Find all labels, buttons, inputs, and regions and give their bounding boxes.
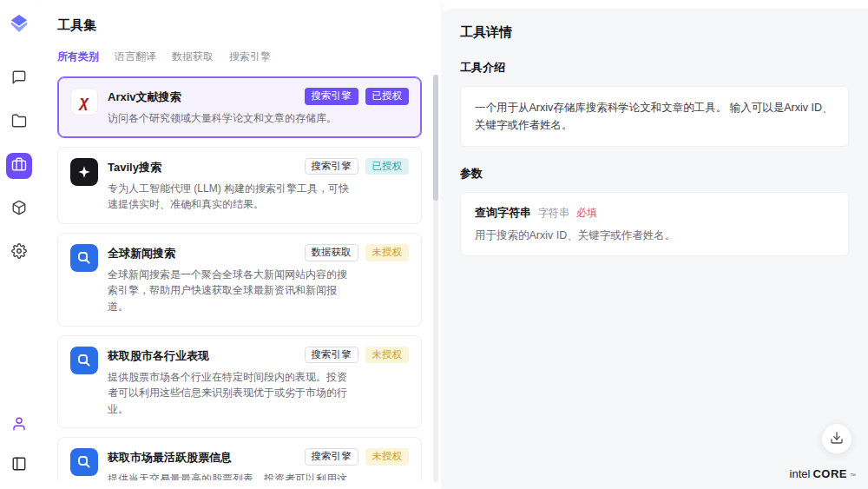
sidebar-item-chat[interactable] xyxy=(6,66,32,92)
category-badge: 搜索引擎 xyxy=(305,88,358,105)
tool-description: 专为人工智能代理 (LLM) 构建的搜索引擎工具，可快速提供实时、准确和真实的结… xyxy=(108,181,351,213)
sidebar-nav xyxy=(6,66,32,266)
tool-description: 全球新闻搜索是一个聚合全球各大新闻网站内容的搜索引擎，帮助用户快速获取全球最新资… xyxy=(108,267,351,315)
sidebar-item-collapse[interactable] xyxy=(6,453,32,479)
tool-card-arxiv[interactable]: χ Arxiv文献搜索 搜索引擎 已授权 访问各个研究领域大量科学论文和文章的存… xyxy=(57,76,422,138)
news-search-icon xyxy=(70,347,98,374)
tool-card-sector-performance[interactable]: 获取股市各行业表现 搜索引擎 未授权 提供股票市场各个行业在特定时间段内的表现。… xyxy=(57,335,422,429)
param-description: 用于搜索的Arxiv ID、关键字或作者姓名。 xyxy=(475,228,834,243)
auth-badge: 未授权 xyxy=(365,448,410,466)
app-root: 工具集 所有类别 语言翻译 数据获取 搜索引擎 χ Arxiv文献搜索 搜索引擎… xyxy=(0,0,868,489)
tool-title: 获取市场最活跃股票信息 xyxy=(108,448,232,466)
category-badge: 搜索引擎 xyxy=(305,448,358,466)
tool-title: Arxiv文献搜索 xyxy=(108,88,181,105)
folder-icon xyxy=(11,113,27,132)
tool-description: 访问各个研究领域大量科学论文和文章的存储库。 xyxy=(108,110,351,127)
param-name: 查询字符串 xyxy=(475,205,531,221)
intro-card: 一个用于从Arxiv存储库搜索科学论文和文章的工具。 输入可以是Arxiv ID… xyxy=(460,86,849,147)
cube-icon xyxy=(11,200,27,219)
auth-badge: 已授权 xyxy=(365,88,410,105)
auth-badge: 未授权 xyxy=(365,347,410,364)
auth-badge: 未授权 xyxy=(365,244,410,261)
app-logo-icon xyxy=(10,14,29,33)
sidebar-item-plugins[interactable] xyxy=(6,196,32,222)
trademark-symbol: ™ xyxy=(850,472,856,479)
tool-list: χ Arxiv文献搜索 搜索引擎 已授权 访问各个研究领域大量科学论文和文章的存… xyxy=(57,76,422,480)
tool-title: 获取股市各行业表现 xyxy=(108,347,209,364)
core-wordmark: CORE xyxy=(812,467,847,480)
tool-card-global-news[interactable]: 全球新闻搜索 数据获取 未授权 全球新闻搜索是一个聚合全球各大新闻网站内容的搜索… xyxy=(57,233,422,327)
user-icon xyxy=(11,416,27,435)
briefcase-icon xyxy=(11,156,27,175)
tab-language-translation[interactable]: 语言翻译 xyxy=(115,50,156,64)
news-search-icon xyxy=(70,244,98,272)
download-icon xyxy=(830,431,844,447)
intro-heading: 工具介绍 xyxy=(460,60,849,76)
tool-details-panel: 工具详情 工具介绍 一个用于从Arxiv存储库搜索科学论文和文章的工具。 输入可… xyxy=(441,9,868,489)
layout-panel-icon xyxy=(11,456,27,475)
tab-data-fetch[interactable]: 数据获取 xyxy=(172,50,214,64)
category-badge: 数据获取 xyxy=(305,244,358,261)
sidebar-bottom xyxy=(6,413,32,479)
sidebar-item-tools[interactable] xyxy=(6,153,32,179)
sidebar-item-settings[interactable] xyxy=(6,240,32,266)
category-badge: 搜索引擎 xyxy=(305,347,358,364)
gear-icon xyxy=(11,243,27,262)
tools-panel: 工具集 所有类别 语言翻译 数据获取 搜索引擎 χ Arxiv文献搜索 搜索引擎… xyxy=(38,0,441,489)
param-required-badge: 必填 xyxy=(576,206,597,221)
tools-panel-title: 工具集 xyxy=(38,17,441,34)
tool-card-tavily[interactable]: Tavily搜索 搜索引擎 已授权 专为人工智能代理 (LLM) 构建的搜索引擎… xyxy=(57,147,422,224)
details-title: 工具详情 xyxy=(460,24,849,41)
scrollbar[interactable] xyxy=(433,75,438,482)
tab-search-engine[interactable]: 搜索引擎 xyxy=(229,50,271,64)
params-heading: 参数 xyxy=(460,166,849,182)
chat-icon xyxy=(11,69,27,89)
tool-description: 提供当天交易量最高的股票列表，投资者可以利用这些信息来识别流动性强的股票和潜在的… xyxy=(108,471,351,480)
intel-wordmark: intel xyxy=(790,467,811,480)
tavily-star-icon xyxy=(70,158,98,186)
news-search-icon xyxy=(70,448,98,476)
category-badge: 搜索引擎 xyxy=(305,158,358,175)
download-button[interactable] xyxy=(821,423,852,454)
intel-core-logo: intel CORE ™ xyxy=(790,467,856,480)
tool-description: 提供股票市场各个行业在特定时间段内的表现。投资者可以利用这些信息来识别表现优于或… xyxy=(108,369,351,418)
category-tabs: 所有类别 语言翻译 数据获取 搜索引擎 xyxy=(38,50,441,64)
param-type: 字符串 xyxy=(538,206,569,221)
sidebar-item-files[interactable] xyxy=(6,109,32,135)
tool-card-most-active-stocks[interactable]: 获取市场最活跃股票信息 搜索引擎 未授权 提供当天交易量最高的股票列表，投资者可… xyxy=(57,437,422,480)
param-header-row: 查询字符串 字符串 必填 xyxy=(475,205,834,221)
intro-text: 一个用于从Arxiv存储库搜索科学论文和文章的工具。 输入可以是Arxiv ID… xyxy=(475,102,833,131)
arxiv-icon: χ xyxy=(70,88,98,116)
scrollbar-thumb[interactable] xyxy=(433,75,438,201)
app-logo[interactable] xyxy=(10,14,29,36)
tool-title: 全球新闻搜索 xyxy=(108,244,175,261)
param-card: 查询字符串 字符串 必填 用于搜索的Arxiv ID、关键字或作者姓名。 xyxy=(460,192,849,256)
tool-title: Tavily搜索 xyxy=(108,158,161,175)
sidebar-item-user[interactable] xyxy=(6,413,32,439)
auth-badge: 已授权 xyxy=(365,158,410,175)
tab-all-categories[interactable]: 所有类别 xyxy=(57,50,99,64)
sidebar xyxy=(0,0,38,489)
